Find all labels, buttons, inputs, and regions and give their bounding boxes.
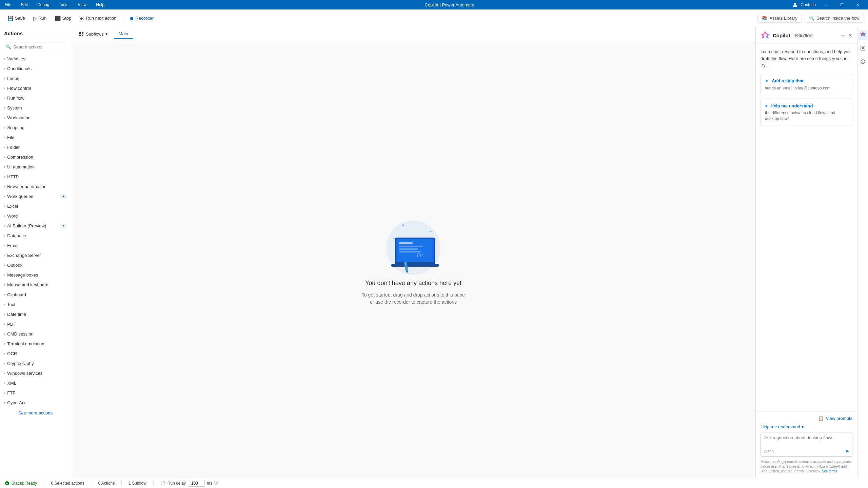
action-item-ai-builder[interactable]: ›AI Builder (Preview)✦ (0, 221, 71, 231)
search-actions-container: 🔍 (3, 43, 68, 51)
action-item-http[interactable]: ›HTTP (0, 172, 71, 182)
run-delay-info-icon[interactable]: ⓘ (214, 480, 218, 486)
subflows-icon (79, 32, 84, 37)
window-controls: ― ☐ ✕ (818, 0, 865, 9)
errors-panel-button[interactable] (859, 58, 867, 67)
action-item-folder[interactable]: ›Folder (0, 142, 71, 152)
close-button[interactable]: ✕ (850, 0, 865, 9)
empty-state-title: You don't have any actions here yet (365, 280, 461, 287)
subflows-dropdown-button[interactable]: Subflows ▾ (75, 30, 111, 39)
variables-panel-button[interactable] (859, 44, 867, 54)
see-more-actions-link[interactable]: See more actions (0, 408, 71, 418)
action-item-pdf[interactable]: ›PDF (0, 319, 71, 329)
toolbar-right: 📚 Assets Library 🔍 Search inside the flo… (757, 14, 864, 23)
copilot-panel-toggle-button[interactable] (859, 30, 867, 40)
action-item-workstation[interactable]: ›Workstation (0, 113, 71, 123)
suggestion-card-add-step[interactable]: ✦ Add a step that sends an email to lee@… (761, 74, 852, 96)
action-item-compression[interactable]: ›Compression (0, 152, 71, 162)
add-step-desc: sends an email to lee@contoso.com (765, 85, 848, 91)
status-bar: Status: Ready 0 Selected actions 0 Actio… (0, 478, 868, 488)
maximize-button[interactable]: ☐ (834, 0, 850, 9)
copilot-panel: Copilot PREVIEW ⋯ ✕ I can chat, respond … (755, 27, 857, 478)
action-item-work-queues[interactable]: ›Work queues✦ (0, 191, 71, 201)
search-actions-input[interactable] (13, 44, 65, 49)
action-item-outlook[interactable]: ›Outlook (0, 260, 71, 270)
menu-item-debug[interactable]: Debug (35, 2, 51, 8)
menu-item-file[interactable]: File (3, 2, 13, 8)
action-item-file[interactable]: ›File (0, 133, 71, 142)
toolbar: 💾 Save ▷ Run ⬛ Stop ⏭ Run next action ⏺ … (0, 9, 868, 27)
actions-list: ›Variables ›Conditionals ›Loops ›Flow co… (0, 54, 71, 478)
action-item-excel[interactable]: ›Excel (0, 201, 71, 211)
action-item-browser-automation[interactable]: ›Browser automation (0, 182, 71, 191)
recorder-button[interactable]: ⏺ Recorder (126, 14, 157, 23)
action-item-ftp[interactable]: ›FTP (0, 388, 71, 398)
user-icon (792, 2, 798, 7)
menu-item-view[interactable]: View (76, 2, 88, 8)
main-layout: Actions 🔍 ›Variables ›Conditionals ›Loop… (0, 27, 868, 478)
status-separator-3 (121, 481, 122, 486)
flow-canvas: Subflows ▾ Main ✦ ✦ ✦ ✦ (71, 27, 755, 478)
main-tab[interactable]: Main (114, 29, 133, 39)
help-understand-desc: the difference between cloud flows and d… (765, 110, 848, 122)
search-flow-button[interactable]: 🔍 Search inside the flow (805, 14, 864, 23)
help-understand-title: Help me understand (770, 103, 813, 108)
action-item-date-time[interactable]: ›Date time (0, 309, 71, 319)
menu-item-tools[interactable]: Tools (57, 2, 70, 8)
view-prompts-button[interactable]: 📋 View prompts (761, 416, 852, 421)
action-item-message-boxes[interactable]: ›Message boxes (0, 270, 71, 280)
svg-text:☞: ☞ (417, 251, 423, 260)
copilot-close-button[interactable]: ✕ (848, 33, 852, 38)
action-item-run-flow[interactable]: ›Run flow (0, 93, 71, 103)
action-item-xml[interactable]: ›XML (0, 378, 71, 388)
action-item-variables[interactable]: ›Variables (0, 54, 71, 64)
menu-item-help[interactable]: Help (94, 2, 106, 8)
action-item-conditionals[interactable]: ›Conditionals (0, 64, 71, 74)
action-item-ui-automation[interactable]: ›UI automation (0, 162, 71, 172)
copilot-input[interactable] (764, 435, 849, 449)
add-step-icon: ✦ (765, 78, 769, 84)
status-ready: Status: Ready (5, 481, 37, 486)
action-item-loops[interactable]: ›Loops (0, 74, 71, 83)
menu-item-edit[interactable]: Edit (19, 2, 30, 8)
char-count: 0/500 (764, 450, 774, 454)
run-button[interactable]: ▷ Run (30, 14, 50, 23)
action-item-system[interactable]: ›System (0, 103, 71, 113)
save-button[interactable]: 💾 Save (4, 14, 28, 23)
action-item-exchange-server[interactable]: ›Exchange Server (0, 250, 71, 260)
action-item-database[interactable]: ›Database (0, 231, 71, 241)
user-name[interactable]: Contoso (801, 2, 816, 7)
action-item-scripting[interactable]: ›Scripting (0, 123, 71, 133)
copilot-header: Copilot PREVIEW ⋯ ✕ (756, 27, 857, 44)
run-next-action-button[interactable]: ⏭ Run next action (76, 14, 120, 23)
status-separator-2 (91, 481, 91, 486)
stop-button[interactable]: ⬛ Stop (52, 14, 75, 23)
action-item-ocr[interactable]: ›OCR (0, 349, 71, 359)
action-item-cryptography[interactable]: ›Cryptography (0, 359, 71, 368)
run-delay-input[interactable] (188, 480, 205, 487)
recorder-icon: ⏺ (129, 16, 134, 21)
send-button[interactable]: ➤ (845, 448, 849, 454)
action-item-clipboard[interactable]: ›Clipboard (0, 290, 71, 300)
minimize-button[interactable]: ― (818, 0, 834, 9)
assets-library-button[interactable]: 📚 Assets Library (757, 14, 802, 23)
action-item-cmd-session[interactable]: ›CMD session (0, 329, 71, 339)
empty-state: ✦ ✦ ✦ ✦ ☞ (362, 214, 465, 306)
copilot-options-button[interactable]: ⋯ (841, 33, 846, 38)
status-ready-icon (5, 481, 9, 486)
stop-icon: ⬛ (55, 16, 61, 21)
status-separator-4 (153, 481, 154, 486)
action-item-cyberark[interactable]: ›CyberArk (0, 398, 71, 408)
action-item-word[interactable]: ›Word (0, 211, 71, 221)
see-terms-link[interactable]: See terms (822, 469, 837, 473)
help-understand-dropdown[interactable]: Help me understand ▾ (761, 424, 852, 429)
svg-rect-3 (79, 35, 81, 36)
action-item-email[interactable]: ›Email (0, 241, 71, 250)
action-item-terminal-emulation[interactable]: ›Terminal emulation (0, 339, 71, 349)
action-item-text[interactable]: ›Text (0, 300, 71, 309)
action-item-windows-services[interactable]: ›Windows services (0, 368, 71, 378)
action-item-flow-control[interactable]: ›Flow control (0, 83, 71, 93)
action-item-mouse-keyboard[interactable]: ›Mouse and keyboard (0, 280, 71, 290)
suggestion-card-help-understand[interactable]: ● Help me understand the difference betw… (761, 99, 852, 126)
add-step-title: Add a step that (772, 78, 804, 83)
